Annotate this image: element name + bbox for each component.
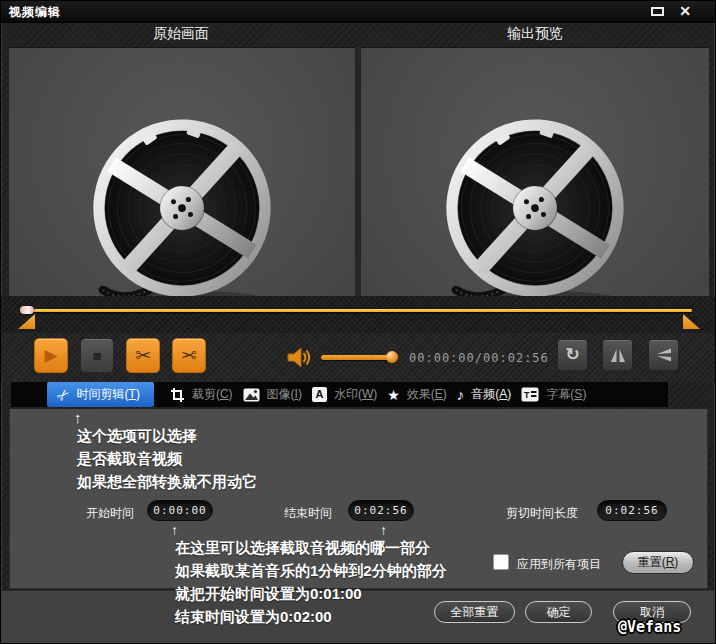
scissors-icon: ✂ xyxy=(135,339,151,372)
rotate-icon: ↻ xyxy=(565,345,579,364)
tab-label: 效果(E) xyxy=(407,386,447,403)
output-pane-label: 输出预览 xyxy=(435,25,635,43)
rotate-button[interactable]: ↻ xyxy=(557,339,588,371)
duration-field[interactable]: 0:02:56 xyxy=(597,500,667,521)
tab-effect[interactable]: ★ 效果(E) xyxy=(377,382,447,407)
tab-audio[interactable]: ♪ 音频(A) xyxy=(447,382,512,407)
volume-icon[interactable] xyxy=(286,347,312,368)
maximize-icon xyxy=(651,7,664,16)
watermark-text: @Vefans xyxy=(618,618,681,636)
tab-label: 水印(W) xyxy=(334,386,377,403)
annotation-text: 如果截取某首音乐的1分钟到2分钟的部分 xyxy=(175,562,447,581)
window-title: 视频编辑 xyxy=(9,4,61,21)
cut-end-button[interactable]: ✂ xyxy=(172,338,206,373)
play-icon: ▶ xyxy=(44,346,57,365)
flip-horizontal-button[interactable] xyxy=(602,339,633,371)
tab-watermark[interactable]: A 水印(W) xyxy=(302,382,377,407)
reset-button[interactable]: 重置(R) xyxy=(622,551,694,574)
watermark-icon: A xyxy=(312,387,327,402)
reset-all-button[interactable]: 全部重置 xyxy=(434,601,515,623)
tab-time-clip[interactable]: ✂ 时间剪辑(T) xyxy=(47,382,154,407)
tab-label: 裁剪(C) xyxy=(192,386,233,403)
annotation-text: 这个选项可以选择 xyxy=(77,427,197,446)
start-time-label: 开始时间 xyxy=(86,505,134,522)
end-time-field[interactable]: 0:02:56 xyxy=(348,500,414,521)
video-edit-window: 视频编辑 ✕ 原始画面 输出预览 xyxy=(0,0,716,644)
flip-horizontal-icon xyxy=(608,345,628,365)
svg-text:T: T xyxy=(524,390,530,400)
annotation-text: 是否截取音视频 xyxy=(77,450,182,469)
cut-start-button[interactable]: ✂ xyxy=(126,338,160,373)
annotation-text: 就把开始时间设置为0:01:00 xyxy=(175,585,362,604)
star-icon: ★ xyxy=(387,387,400,403)
duration-label: 剪切时间长度 xyxy=(506,505,578,522)
tab-label: 音频(A) xyxy=(471,386,511,403)
film-reel-graphic xyxy=(429,104,641,316)
timeline-track[interactable] xyxy=(26,309,692,312)
close-icon: ✕ xyxy=(679,3,691,19)
film-reel-graphic xyxy=(76,104,288,316)
maximize-button[interactable] xyxy=(647,4,669,20)
annotation-arrow-up: ↑ xyxy=(380,522,387,538)
close-button[interactable]: ✕ xyxy=(673,2,697,20)
flip-vertical-icon xyxy=(654,345,674,365)
apply-all-label: 应用到所有项目 xyxy=(517,556,601,573)
annotation-text: 如果想全部转换就不用动它 xyxy=(77,473,257,492)
tab-label: 图像(I) xyxy=(267,386,302,403)
crop-icon xyxy=(170,387,185,403)
scissors-icon: ✂ xyxy=(57,386,70,404)
tab-subtitle[interactable]: T 字幕(S) xyxy=(511,382,586,407)
play-button[interactable]: ▶ xyxy=(34,338,68,373)
annotation-arrow-up: ↑ xyxy=(171,522,178,538)
annotation-arrow-up: ↑ xyxy=(74,409,82,426)
tab-label: 字幕(S) xyxy=(546,386,586,403)
tab-bar: ✂ 时间剪辑(T) 裁剪(C) 图像(I) A 水印(W) ★ 效果(E) ♪ … xyxy=(11,382,668,407)
image-icon xyxy=(243,388,260,402)
scissors-icon: ✂ xyxy=(181,339,197,372)
tab-image[interactable]: 图像(I) xyxy=(233,382,302,407)
subtitle-icon: T xyxy=(521,387,539,402)
tab-label: 时间剪辑(T) xyxy=(77,386,140,403)
pane-divider xyxy=(355,47,361,296)
apply-all-checkbox[interactable] xyxy=(493,554,509,570)
flip-vertical-button[interactable] xyxy=(648,339,679,371)
music-note-icon: ♪ xyxy=(457,386,465,403)
annotation-text: 在这里可以选择截取音视频的哪一部分 xyxy=(175,539,430,558)
start-time-field[interactable]: 0:00:00 xyxy=(147,500,213,521)
ok-button[interactable]: 确定 xyxy=(525,601,592,623)
end-time-label: 结束时间 xyxy=(284,505,332,522)
annotation-text: 结束时间设置为0:02:00 xyxy=(175,608,332,627)
title-bar: 视频编辑 ✕ xyxy=(1,1,716,23)
tab-crop[interactable]: 裁剪(C) xyxy=(160,382,233,407)
time-display: 00:00:00/00:02:56 xyxy=(409,351,549,365)
original-pane-label: 原始画面 xyxy=(81,25,281,43)
volume-slider-knob[interactable] xyxy=(386,351,398,363)
timeline-playhead[interactable] xyxy=(20,306,34,314)
stop-icon: ■ xyxy=(92,347,101,364)
stop-button[interactable]: ■ xyxy=(80,338,114,373)
